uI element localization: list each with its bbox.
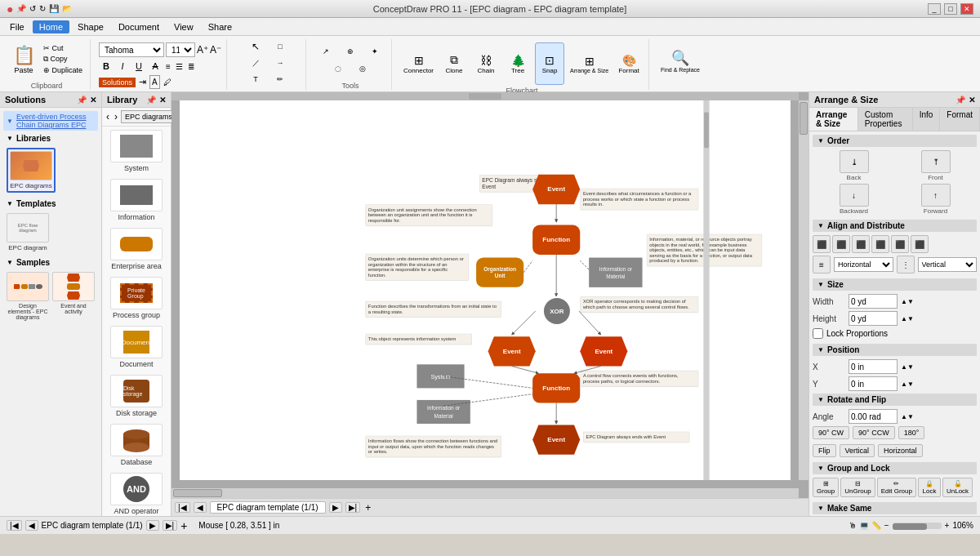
info1-shape[interactable]: Information or Material (589, 258, 642, 287)
zoom-in-btn[interactable]: + (945, 521, 950, 530)
menu-view[interactable]: View (167, 20, 200, 33)
lib-item-system[interactable]: System (105, 130, 167, 172)
solutions-pin-btn[interactable]: 📌 (77, 96, 87, 105)
menu-home[interactable]: Home (33, 20, 69, 33)
duplicate-button[interactable]: ⊕ Duplicate (41, 65, 85, 75)
height-input[interactable] (849, 311, 898, 326)
sol-item-epc[interactable]: ▼ Event-driven Process Chain Diagrams EP… (3, 111, 98, 131)
find-replace-btn[interactable]: 🔍 Find & Replace (657, 39, 703, 82)
solutions-btn[interactable]: Solutions (99, 78, 136, 87)
y-spin[interactable]: ▲▼ (901, 380, 914, 388)
event3-shape[interactable]: Event (580, 336, 627, 366)
samples-section[interactable]: ▼ Samples (3, 255, 98, 269)
indent-btn[interactable]: ⇥ (137, 75, 148, 89)
align-center-btn[interactable]: ⬛ (832, 235, 850, 253)
maximize-btn[interactable]: □ (944, 3, 957, 15)
align-top-btn[interactable]: ⬛ (871, 235, 889, 253)
lock-btn[interactable]: 🔒 Lock (918, 478, 941, 497)
text-color-btn[interactable]: A (149, 75, 160, 89)
page-add-btn[interactable]: + (363, 502, 372, 514)
arrange-size-btn[interactable]: ⊞ Arrange & Size (567, 42, 612, 85)
page-prev-btn[interactable]: ◀ (194, 502, 207, 513)
tab-arrange-size[interactable]: Arrange & Size (809, 108, 858, 131)
dist-v-select[interactable]: Vertical (918, 257, 978, 272)
lib-item-database[interactable]: Database (105, 424, 167, 466)
align-right-btn[interactable]: ≣ (186, 60, 196, 73)
lib-item-and[interactable]: AND AND operator (105, 473, 167, 515)
width-input[interactable] (849, 294, 898, 309)
copy-button[interactable]: ⧉ Copy (41, 54, 85, 64)
status-add-btn[interactable]: + (180, 519, 187, 532)
angle-spin[interactable]: ▲▼ (901, 413, 914, 420)
menu-document[interactable]: Document (112, 20, 166, 33)
cw90-btn[interactable]: 90° CW (813, 426, 849, 439)
lib-item-information[interactable]: Information (105, 179, 167, 221)
library-pin-btn[interactable]: 📌 (146, 96, 156, 105)
window-controls[interactable]: _ □ ✕ (928, 3, 973, 15)
sample-thumb-design[interactable]: Design elements - EPC diagrams (7, 272, 49, 320)
make-same-section[interactable]: ▼ Make Same (813, 502, 977, 514)
diagram-canvas[interactable]: EPC Diagram always starts with Event Eve… (180, 100, 791, 480)
tool3-btn[interactable]: ✦ (363, 44, 386, 59)
edit-group-btn[interactable]: ✏ Edit Group (877, 478, 916, 497)
tab-info[interactable]: Info (913, 108, 941, 131)
underline-button[interactable]: U (131, 59, 146, 73)
page-first-btn[interactable]: |◀ (175, 502, 190, 513)
chain-btn[interactable]: ⛓ Chain (471, 42, 501, 85)
right-panel-close-btn[interactable]: ✕ (969, 96, 975, 105)
status-first-btn[interactable]: |◀ (7, 520, 22, 531)
rotate-section[interactable]: ▼ Rotate and Flip (813, 394, 977, 406)
bold-button[interactable]: B (99, 59, 114, 73)
group-lock-section[interactable]: ▼ Group and Lock (813, 462, 977, 474)
lib-item-process-group[interactable]: Private Group Process group (105, 277, 167, 319)
status-next-btn[interactable]: ▶ (146, 520, 159, 531)
position-section[interactable]: ▼ Position (813, 344, 977, 356)
align-section[interactable]: ▼ Align and Distribute (813, 220, 977, 232)
font-selector[interactable]: Tahoma (99, 42, 164, 57)
strikethrough-button[interactable]: A (148, 59, 163, 73)
tab-custom-props[interactable]: Custom Properties (858, 108, 913, 131)
minimize-btn[interactable]: _ (928, 3, 941, 15)
tool5-btn[interactable]: ◎ (351, 61, 374, 76)
library-close-btn[interactable]: ✕ (159, 96, 166, 105)
horizontal-btn[interactable]: Horizontal (878, 444, 923, 457)
xor-shape[interactable]: XOR (544, 298, 570, 324)
canvas-wrapper[interactable]: EPC Diagram always starts with Event Eve… (172, 92, 808, 498)
tab-format[interactable]: Format (940, 108, 980, 131)
close-btn[interactable]: ✕ (960, 3, 973, 15)
ungroup-btn[interactable]: ⊟ UnGroup (840, 478, 875, 497)
size-section[interactable]: ▼ Size (813, 278, 977, 291)
height-spin[interactable]: ▲▼ (901, 315, 914, 322)
tool4-btn[interactable]: ◌ (327, 61, 350, 76)
lock-proportions-cb[interactable] (813, 328, 823, 339)
clone-btn[interactable]: ⧉ Clone (439, 42, 469, 85)
select-tool-btn[interactable]: ↖ (244, 39, 267, 54)
rectangle-btn[interactable]: □ (269, 39, 292, 54)
x-input[interactable] (849, 359, 898, 374)
shrink-font-btn[interactable]: A⁻ (210, 44, 221, 56)
format-btn[interactable]: 🎨 Format (614, 42, 644, 85)
r180-btn[interactable]: 180° (898, 426, 925, 439)
align-right-btn[interactable]: ⬛ (852, 235, 870, 253)
zoom-slider[interactable] (893, 523, 942, 529)
event1-shape[interactable]: Event (532, 175, 580, 204)
dist-v-btn[interactable]: ⋮ (897, 256, 915, 274)
zoom-out-btn[interactable]: − (884, 521, 889, 530)
function2-shape[interactable]: Function (532, 373, 580, 403)
v-scrollbar[interactable] (799, 100, 808, 480)
lib-item-disk[interactable]: Disk storage Disk storage (105, 375, 167, 417)
align-middle-btn[interactable]: ⬛ (891, 235, 909, 253)
menu-shape[interactable]: Shape (71, 20, 110, 33)
snap-btn[interactable]: ⊡ Snap (535, 42, 564, 85)
right-panel-pin-btn[interactable]: 📌 (956, 96, 965, 105)
order-section[interactable]: ▼ Order (813, 135, 977, 147)
connector-btn[interactable]: ⊞ Connector (400, 42, 437, 85)
dist-h-select[interactable]: Horizontal (834, 257, 893, 272)
highlight-btn[interactable]: 🖊 (162, 76, 173, 88)
unlock-btn[interactable]: 🔓 UnLock (942, 478, 973, 497)
menu-file[interactable]: File (3, 20, 31, 33)
arrow-btn[interactable]: → (269, 56, 292, 70)
lib-thumb-epc-diagrams[interactable]: EPC diagrams (7, 148, 56, 193)
event2-shape[interactable]: Event (488, 336, 536, 366)
ccw90-btn[interactable]: 90° CCW (853, 426, 895, 439)
